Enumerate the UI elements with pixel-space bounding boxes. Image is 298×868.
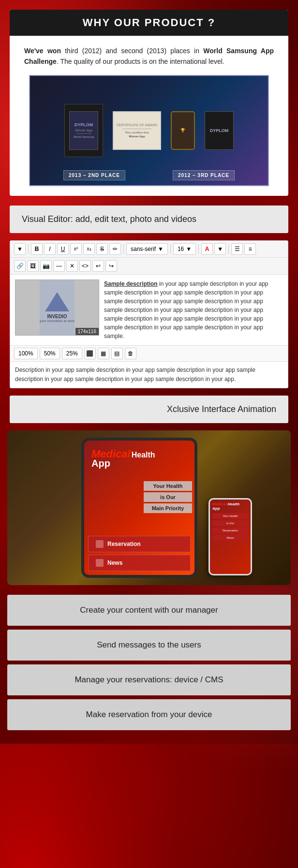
phone-menu-1: Your Health xyxy=(212,513,248,519)
editor-content: INVEDIO your innovation at work 174x116 … xyxy=(10,275,288,345)
zoom-25: 25% xyxy=(66,350,78,357)
tablet-app-header: Medical Health App xyxy=(84,441,194,476)
toolbar-italic-btn[interactable]: I xyxy=(44,243,56,255)
zoom-100-btn[interactable]: 100% xyxy=(14,348,38,359)
award-image: DYPLOM Winner App World Samsung CERTIFIC… xyxy=(29,75,269,186)
award-book-detail: World Samsung xyxy=(74,135,94,138)
toolbar-strikethrough-btn[interactable]: S xyxy=(96,243,108,255)
toolbar-superscript-btn[interactable]: x² xyxy=(70,243,82,255)
toolbar-code-btn[interactable]: <> xyxy=(79,260,91,272)
app-showcase: Medical Health App Your Health is Our Ma… xyxy=(7,430,291,585)
toolbar-video-btn[interactable]: 📷 xyxy=(40,260,52,272)
editor-main-text: Description in your app sample descripti… xyxy=(10,362,288,388)
menu-reservation[interactable]: Reservation xyxy=(88,536,191,552)
tb-sep-1 xyxy=(28,244,29,254)
why-content: We've won third (2012) and second (2013)… xyxy=(10,36,288,196)
font-name: sans-serif xyxy=(131,246,156,252)
toolbar-bold-btn[interactable]: B xyxy=(31,243,43,255)
toolbar-arrow-btn[interactable]: ▼ xyxy=(14,243,26,255)
toolbar-undo-btn[interactable]: ↩ xyxy=(92,260,104,272)
editor-desc-text: Description in your app sample descripti… xyxy=(15,366,283,384)
toolbar-redo-btn[interactable]: ↪ xyxy=(105,260,117,272)
zoom-50: 50% xyxy=(44,350,56,357)
align-justify-btn[interactable]: ▤ xyxy=(111,348,123,359)
award-book-2: DYPLOM xyxy=(205,111,234,150)
toolbar-list-ol-btn[interactable]: ≡ xyxy=(244,243,256,255)
award-labels: 2013 – 2ND PLACE 2012 – 3RD PLACE xyxy=(30,170,268,180)
xclusive-wrapper: Xclusive Interface Animation xyxy=(0,396,298,423)
toolbar-size-select[interactable]: 16 ▼ xyxy=(173,243,196,255)
tagline-3: Main Priority xyxy=(144,503,192,513)
feature-btn-2[interactable]: Send messages to the users xyxy=(7,630,291,661)
news-icon xyxy=(96,559,104,567)
toolbar-font-select[interactable]: sans-serif ▼ xyxy=(126,243,168,255)
align-left-btn[interactable]: ⬛ xyxy=(84,348,96,359)
menu-news-label: News xyxy=(107,559,122,566)
award-book2-label: DYPLOM xyxy=(210,128,229,133)
toolbar-hr-btn[interactable]: — xyxy=(53,260,65,272)
toolbar-remove-btn[interactable]: ✕ xyxy=(66,260,78,272)
why-title: WHY OUR PRODUCT ? xyxy=(83,16,215,29)
feature-btn-1[interactable]: Create your content with our manager xyxy=(7,595,291,626)
size-arrow: ▼ xyxy=(186,246,192,252)
toolbar-underline-btn[interactable]: U xyxy=(57,243,69,255)
feature-btn-4[interactable]: Make reservation from your device xyxy=(7,699,291,730)
diploma-label: DYPLOM xyxy=(74,122,93,127)
toolbar-image-btn[interactable]: 🖼 xyxy=(27,260,39,272)
phone-health: Health xyxy=(228,502,239,506)
award-certificate: CERTIFICATE OF AWARD This certifies that… xyxy=(113,111,161,150)
img-size-label: 174x116 xyxy=(75,328,99,335)
tablet-taglines: Your Health is Our Main Priority xyxy=(84,481,194,513)
delete-btn[interactable]: 🗑 xyxy=(125,348,136,359)
tablet: Medical Health App Your Health is Our Ma… xyxy=(81,438,197,578)
tagline-2: is Our xyxy=(144,492,192,502)
why-text-end: . The quality of our products is on the … xyxy=(57,58,224,65)
why-text-body: third (2012) and second (2013) places in xyxy=(61,47,203,55)
menu-news[interactable]: News xyxy=(88,555,191,571)
editor-section: ▼ B I U x² x₂ S ✏ sans-serif ▼ 16 ▼ A ▼ … xyxy=(10,240,288,388)
award-items: DYPLOM Winner App World Samsung CERTIFIC… xyxy=(30,99,268,162)
tablet-wrapper: Medical Health App Your Health is Our Ma… xyxy=(81,438,197,578)
zoom-50-btn[interactable]: 50% xyxy=(40,348,60,359)
divider-line xyxy=(76,133,91,134)
toolbar-color-arrow[interactable]: ▼ xyxy=(214,243,226,255)
editor-text-area: Sample description in your app sample de… xyxy=(104,280,283,340)
tb-sep-5 xyxy=(228,244,229,254)
award-barrel: 🏆 xyxy=(171,111,195,150)
phone-medical: Medical xyxy=(212,502,226,506)
why-text: We've won third (2012) and second (2013)… xyxy=(24,45,274,67)
phone-app-title: Medical Health App xyxy=(212,502,248,511)
tagline-1: Your Health xyxy=(144,481,192,491)
feature-btn-3[interactable]: Manage your reservations: device / CMS xyxy=(7,664,291,695)
phone-menu-items: Your Health is Our Reservation News xyxy=(212,513,248,541)
logo-text: INVEDIO xyxy=(47,314,67,319)
editor-toolbar-1: ▼ B I U x² x₂ S ✏ sans-serif ▼ 16 ▼ A ▼ … xyxy=(10,241,288,258)
award-book-sub: Winner App xyxy=(75,129,92,132)
phone-screen: Medical Health App Your Health is Our Re… xyxy=(210,500,251,574)
cert-divider xyxy=(122,129,151,129)
logo-sub: your innovation at work xyxy=(40,319,74,323)
phone-menu-4: News xyxy=(212,535,248,541)
toolbar-subscript-btn[interactable]: x₂ xyxy=(83,243,95,255)
why-header: WHY OUR PRODUCT ? xyxy=(10,10,288,36)
align-center-btn[interactable]: ▦ xyxy=(98,348,109,359)
phone: Medical Health App Your Health is Our Re… xyxy=(209,498,252,575)
tb-sep-2 xyxy=(123,244,124,254)
cert-body: This certifies that xyxy=(125,131,149,134)
toolbar-link-btn[interactable]: 🔗 xyxy=(14,260,26,272)
reservation-icon xyxy=(96,540,104,548)
tb-sep-3 xyxy=(170,244,171,254)
toolbar-pen-btn[interactable]: ✏ xyxy=(109,243,121,255)
zoom-25-btn[interactable]: 25% xyxy=(62,348,82,359)
sample-desc-rest: in your app sample description in your a… xyxy=(104,280,268,339)
zoom-100: 100% xyxy=(18,350,33,357)
menu-reservation-label: Reservation xyxy=(107,541,141,547)
toolbar-color-btn[interactable]: A xyxy=(201,243,213,255)
tablet-screen: Medical Health App Your Health is Our Ma… xyxy=(84,441,194,575)
toolbar-list-ul-btn[interactable]: ☰ xyxy=(231,243,243,255)
cert-title: CERTIFICATE OF AWARD xyxy=(116,123,157,127)
phone-app: App xyxy=(212,506,248,511)
phone-menu-2: is Our xyxy=(212,520,248,526)
logo-triangle xyxy=(45,292,69,311)
tablet-menu: Reservation News xyxy=(84,532,194,575)
